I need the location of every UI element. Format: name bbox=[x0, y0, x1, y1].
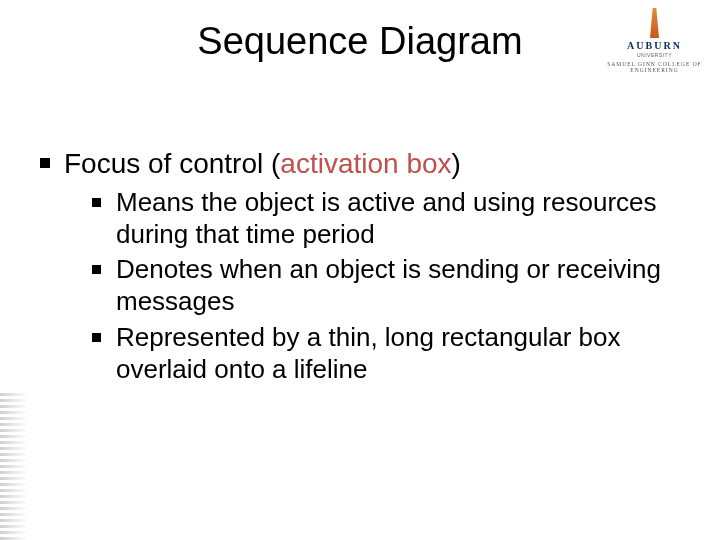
bullet-lvl2: Denotes when an object is sending or rec… bbox=[92, 254, 670, 317]
bullet-lvl2: Means the object is active and using res… bbox=[92, 187, 670, 250]
slide-title: Sequence Diagram bbox=[0, 20, 720, 63]
decorative-stripes bbox=[0, 260, 28, 540]
bullet-text-highlight: activation box bbox=[280, 148, 451, 179]
bullet-lvl2: Represented by a thin, long rectangular … bbox=[92, 322, 670, 385]
slide: AUBURN UNIVERSITY SAMUEL GINN COLLEGE OF… bbox=[0, 0, 720, 540]
bullet-lvl1: Focus of control (activation box) Means … bbox=[40, 146, 670, 385]
slide-body: Focus of control (activation box) Means … bbox=[40, 146, 670, 391]
bullet-text-pre: Focus of control ( bbox=[64, 148, 280, 179]
bullet-text-post: ) bbox=[452, 148, 461, 179]
